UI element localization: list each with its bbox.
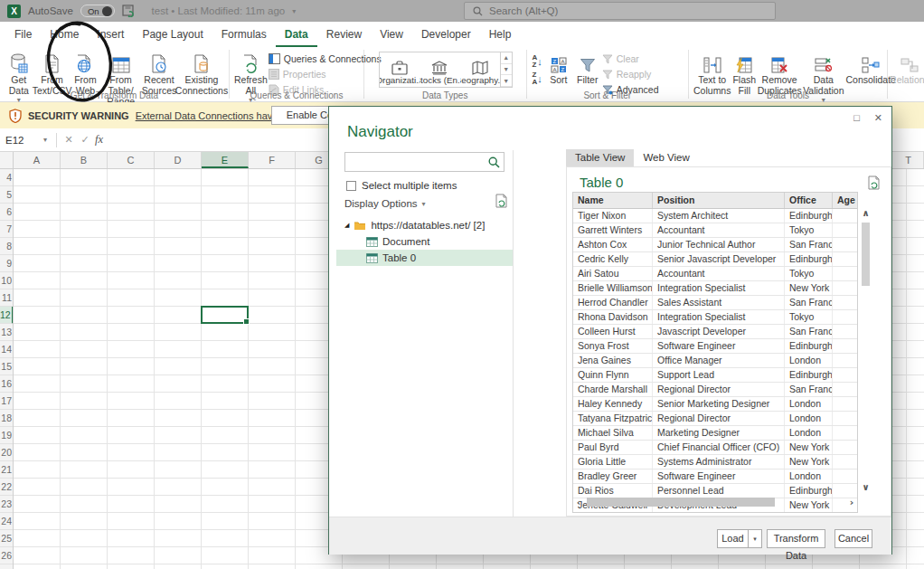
data-type-stocks[interactable]: Stocks (En... xyxy=(420,52,459,87)
row-header-17[interactable]: 17 xyxy=(0,393,14,410)
table-row[interactable]: Brielle WilliamsonIntegration Specialist… xyxy=(573,281,857,296)
table-row[interactable]: Jena GainesOffice ManagerLondon xyxy=(573,354,857,368)
transform-data-button[interactable]: Transform Data xyxy=(767,529,825,548)
checkbox-icon[interactable] xyxy=(346,181,356,191)
tab-formulas[interactable]: Formulas xyxy=(212,22,276,47)
close-icon[interactable]: ✕ xyxy=(874,112,882,124)
table-row[interactable]: Haley KennedySenior Marketing DesignerLo… xyxy=(573,397,857,412)
column-header-E[interactable]: E xyxy=(202,152,249,168)
refresh-preview-icon[interactable] xyxy=(495,194,507,208)
tab-file[interactable]: File xyxy=(5,22,41,47)
row-header-26[interactable]: 26 xyxy=(0,547,14,564)
tab-web-view[interactable]: Web View xyxy=(634,149,698,166)
table-row[interactable]: Herrod ChandlerSales AssistantSan Franci… xyxy=(573,296,857,310)
scrollbar-thumb[interactable] xyxy=(862,223,870,286)
filter-button[interactable]: Filter xyxy=(573,50,602,87)
table-row[interactable]: Bradley GreerSoftware EngineerLondon xyxy=(573,469,857,484)
navigator-search-input[interactable] xyxy=(345,153,481,171)
row-header-20[interactable]: 20 xyxy=(0,444,14,461)
selected-cell[interactable] xyxy=(201,306,249,324)
vertical-scrollbar[interactable]: ∧ ∨ xyxy=(860,208,872,492)
table-row[interactable]: Garrett WintersAccountantTokyo xyxy=(573,223,857,238)
sort-button[interactable]: ZAAZ Sort xyxy=(544,50,573,87)
cancel-entry-icon[interactable]: ✕ xyxy=(61,134,77,146)
row-header-14[interactable]: 14 xyxy=(0,341,14,358)
scroll-right-icon[interactable]: › xyxy=(845,497,858,508)
column-header-T[interactable]: T xyxy=(893,152,924,168)
column-header-F[interactable]: F xyxy=(249,152,296,168)
row-header-23[interactable]: 23 xyxy=(0,496,14,513)
tab-page-layout[interactable]: Page Layout xyxy=(133,22,212,47)
gallery-up-icon[interactable]: ▲ xyxy=(501,52,512,64)
table-row[interactable]: Michael SilvaMarketing DesignerLondon xyxy=(573,426,857,441)
tab-review[interactable]: Review xyxy=(317,22,371,47)
tab-help[interactable]: Help xyxy=(480,22,521,47)
column-header-D[interactable]: D xyxy=(155,152,202,168)
confirm-entry-icon[interactable]: ✓ xyxy=(77,134,93,146)
row-header-16[interactable]: 16 xyxy=(0,375,14,393)
column-header-C[interactable]: C xyxy=(108,152,155,168)
table-row[interactable]: Tatyana FitzpatrickRegional DirectorLond… xyxy=(573,412,857,426)
row-header-21[interactable]: 21 xyxy=(0,461,14,479)
row-header-12[interactable]: 12 xyxy=(0,307,14,324)
scroll-up-icon[interactable]: ∧ xyxy=(860,208,872,218)
cancel-button[interactable]: Cancel xyxy=(834,529,872,548)
title-dropdown-icon[interactable]: ▾ xyxy=(292,7,296,15)
name-box-dropdown-icon[interactable]: ▾ xyxy=(43,136,47,144)
row-header-15[interactable]: 15 xyxy=(0,358,14,375)
row-header-7[interactable]: 7 xyxy=(0,221,14,238)
column-header-position[interactable]: Position xyxy=(653,193,785,208)
row-header-8[interactable]: 8 xyxy=(0,238,14,255)
display-options-dropdown[interactable]: Display Options ▾ xyxy=(344,198,426,209)
row-header-9[interactable]: 9 xyxy=(0,255,14,272)
save-sync-icon[interactable] xyxy=(122,5,136,17)
tree-expander-icon[interactable]: ◢ xyxy=(344,222,349,229)
row-header-18[interactable]: 18 xyxy=(0,410,14,427)
gallery-more-icon[interactable]: ▼ xyxy=(501,75,512,87)
scroll-down-icon[interactable]: ∨ xyxy=(860,482,872,492)
row-header-22[interactable]: 22 xyxy=(0,479,14,496)
table-row[interactable]: Rhona DavidsonIntegration SpecialistToky… xyxy=(573,310,857,325)
tab-home[interactable]: Home xyxy=(41,22,88,47)
row-header-13[interactable]: 13 xyxy=(0,324,14,341)
tree-root-url[interactable]: ◢ https://datatables.net/ [2] xyxy=(336,217,514,233)
refresh-preview-icon[interactable] xyxy=(868,175,880,190)
table-row[interactable]: Tiger NixonSystem ArchitectEdinburgh xyxy=(573,209,857,223)
insert-function-icon[interactable]: fx xyxy=(95,133,103,147)
search-input[interactable]: Search (Alt+Q) xyxy=(464,2,776,20)
row-header-24[interactable]: 24 xyxy=(0,513,14,530)
row-header-6[interactable]: 6 xyxy=(0,204,14,221)
tree-item-table0[interactable]: Table 0 xyxy=(336,250,514,266)
scrollbar-thumb[interactable] xyxy=(587,498,775,507)
gallery-down-icon[interactable]: ▼ xyxy=(501,64,512,76)
row-header-10[interactable]: 10 xyxy=(0,272,14,289)
load-dropdown-button[interactable]: ▾ xyxy=(748,529,762,548)
tab-table-view[interactable]: Table View xyxy=(566,149,634,166)
row-header-4[interactable]: 4 xyxy=(0,169,14,186)
name-box[interactable]: E12 ▾ xyxy=(0,128,52,151)
table-row[interactable]: Gloria LittleSystems AdministratorNew Yo… xyxy=(573,455,857,469)
load-button[interactable]: Load xyxy=(717,529,748,548)
tab-developer[interactable]: Developer xyxy=(412,22,480,47)
table-row[interactable]: Colleen HurstJavascript DeveloperSan Fra… xyxy=(573,325,857,339)
table-row[interactable]: Charde MarshallRegional DirectorSan Fran… xyxy=(573,383,857,397)
gallery-scrollbar[interactable]: ▲ ▼ ▼ xyxy=(500,52,512,87)
column-header-B[interactable]: B xyxy=(61,152,108,168)
sort-za-button[interactable]: ZA↓ xyxy=(530,71,543,87)
tab-data[interactable]: Data xyxy=(276,22,317,47)
table-row[interactable]: Airi SatouAccountantTokyo xyxy=(573,267,857,281)
sort-az-button[interactable]: AZ↓ xyxy=(530,53,543,70)
scroll-left-icon[interactable]: ‹ xyxy=(572,497,585,508)
table-row[interactable]: Quinn FlynnSupport LeadEdinburgh xyxy=(573,368,857,383)
data-type-geography[interactable]: Geography... xyxy=(460,52,500,87)
row-header-11[interactable]: 11 xyxy=(0,289,14,307)
horizontal-scrollbar[interactable]: ‹ › xyxy=(572,497,858,507)
data-type-organization[interactable]: Organizati... xyxy=(380,52,420,87)
select-multiple-items[interactable]: Select multiple items xyxy=(346,180,457,191)
table-row[interactable]: Cedric KellySenior Javascript DeveloperE… xyxy=(573,252,857,267)
document-title[interactable]: test • Last Modified: 11m ago xyxy=(152,5,286,16)
tree-item-document[interactable]: Document xyxy=(336,233,514,250)
tab-view[interactable]: View xyxy=(371,22,412,47)
tab-insert[interactable]: Insert xyxy=(88,22,133,47)
column-header-name[interactable]: Name xyxy=(573,193,653,208)
